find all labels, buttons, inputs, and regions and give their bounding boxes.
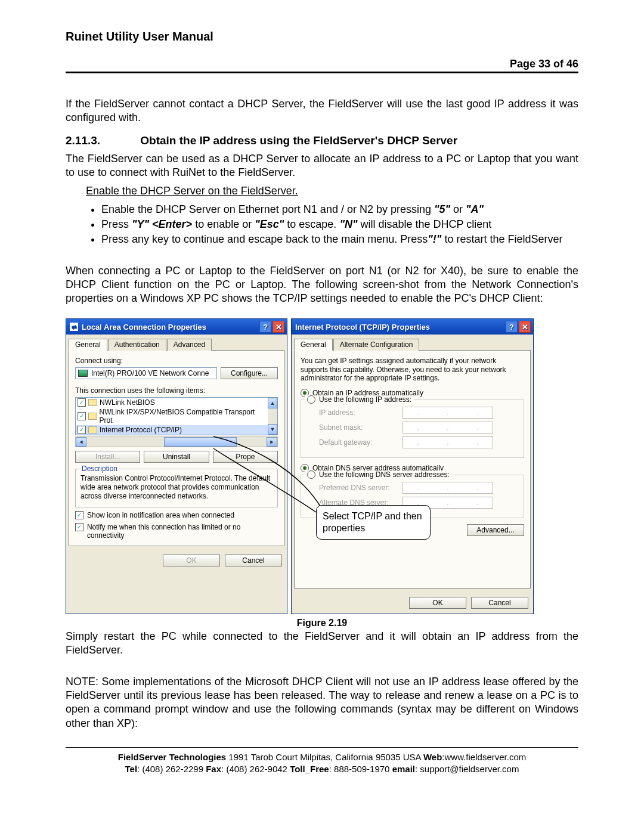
key-5: "5" (434, 203, 450, 215)
titlebar-right[interactable]: Internet Protocol (TCP/IP) Properties ? … (292, 319, 533, 335)
footer: FieldServer Technologies 1991 Tarob Cour… (66, 751, 578, 776)
titlebar-left-text: Local Area Connection Properties (82, 323, 206, 332)
tab-authentication[interactable]: Authentication (108, 339, 166, 351)
footer-tel-label: Tel (125, 764, 138, 774)
checkbox-icon[interactable]: ✓ (78, 426, 86, 434)
cancel-button[interactable]: Cancel (471, 597, 528, 609)
close-button[interactable]: ✕ (273, 321, 284, 333)
callout-box: Select TCP/IP and then properties (316, 505, 431, 540)
tabs-right: General Alternate Configuration (294, 338, 531, 350)
footer-company: FieldServer Technologies (118, 752, 226, 762)
b3-pre: Press any key to continue and escape bac… (101, 233, 428, 245)
subnet-mask-label: Subnet mask: (319, 423, 402, 432)
checkbox-icon[interactable]: ✓ (78, 412, 86, 420)
tab-general[interactable]: General (69, 339, 107, 351)
paragraph-3: When connecting a PC or Laptop to the Fi… (66, 264, 578, 305)
pdns-field[interactable]: ... (402, 482, 493, 494)
footer-fax: : (408) 262-9042 (221, 764, 290, 774)
section-number: 2.11.3. (66, 134, 137, 147)
advanced-button[interactable]: Advanced... (467, 524, 524, 536)
subnet-mask-field[interactable]: ... (402, 422, 493, 433)
nic-icon (78, 370, 88, 377)
b3-post: to restart the FieldServer (441, 233, 562, 245)
key-A: "A" (466, 203, 484, 215)
key-N: "N" (339, 218, 357, 230)
protocol-icon (88, 426, 97, 433)
connection-icon: ⇄ (70, 323, 78, 331)
checkbox-icon[interactable]: ✓ (75, 523, 83, 531)
paragraph-5: NOTE: Some implementations of the Micros… (66, 675, 578, 730)
footer-email-label: email (392, 764, 415, 774)
figure-caption: Figure 2.19 (66, 618, 578, 628)
titlebar-left[interactable]: ⇄ Local Area Connection Properties ? ✕ (66, 319, 287, 335)
tab-advanced[interactable]: Advanced (167, 339, 212, 351)
configure-button[interactable]: Configure... (221, 367, 278, 379)
connection-uses-label: This connection uses the following items… (75, 386, 278, 395)
cancel-button[interactable]: Cancel (225, 555, 282, 566)
or-text: or (450, 203, 466, 215)
footer-fax-label: Fax (206, 764, 221, 774)
help-button[interactable]: ? (259, 321, 271, 333)
footer-web-label: Web (423, 752, 442, 762)
list-item-label: Internet Protocol (TCP/IP) (100, 426, 182, 434)
radio-static-ip-label: Use the following IP address: (319, 395, 411, 404)
ip-address-field[interactable]: ... (402, 407, 493, 419)
page-indicator: Page 33 of 46 (66, 58, 578, 70)
footer-tel: : (408) 262-2299 (137, 764, 206, 774)
ok-button[interactable]: OK (409, 597, 466, 609)
info-text: You can get IP settings assigned automat… (301, 357, 524, 382)
b2-pre: Press (101, 218, 132, 230)
scroll-left-icon[interactable]: ◄ (76, 437, 86, 447)
connect-using-label: Connect using: (75, 357, 278, 365)
tabs-left: General Authentication Advanced (69, 338, 284, 350)
enable-line: Enable the DHCP Server on the FieldServe… (86, 184, 578, 198)
tab-alternate-config[interactable]: Alternate Configuration (333, 339, 420, 351)
list-item[interactable]: ✓ NWLink IPX/SPX/NetBIOS Compatible Tran… (76, 407, 277, 425)
help-button[interactable]: ? (506, 321, 518, 333)
bullet-1-text: Enable the DHCP Server on Ethernet port … (101, 203, 434, 215)
vertical-scrollbar[interactable]: ▲ ▼ (268, 398, 277, 435)
footer-tf: : 888-509-1970 (329, 764, 392, 774)
radio-icon[interactable] (307, 395, 315, 404)
b2-mid2: to escape. (284, 218, 339, 230)
key-excl: "!" (428, 233, 441, 245)
list-item-label: NWLink IPX/SPX/NetBIOS Compatible Transp… (100, 408, 267, 425)
bullet-3: Press any key to continue and escape bac… (101, 233, 578, 246)
key-Y: "Y" <Enter> (132, 218, 192, 230)
install-button[interactable]: Install... (75, 451, 140, 463)
bullet-2: Press "Y" <Enter> to enable or "Esc" to … (101, 218, 578, 231)
header-divider (66, 72, 578, 73)
figure: ⇄ Local Area Connection Properties ? ✕ G… (66, 318, 578, 614)
section-title: Obtain the IP address using the FieldSer… (140, 134, 457, 147)
footer-email: : support@fieldserver.com (415, 764, 519, 774)
paragraph-4: Simply restart the PC while connected to… (66, 630, 578, 657)
b2-mid1: to enable or (192, 218, 255, 230)
b2-post: will disable the DHCP client (357, 218, 491, 230)
description-label: Description (79, 465, 120, 473)
uninstall-button[interactable]: Uninstall (144, 451, 209, 463)
checkbox-icon[interactable]: ✓ (78, 398, 86, 407)
checkbox-icon[interactable]: ✓ (75, 511, 83, 519)
footer-address: 1991 Tarob Court Milpitas, California 95… (226, 752, 423, 762)
ok-button[interactable]: OK (163, 555, 220, 566)
footer-divider (66, 747, 578, 748)
bullet-list: Enable the DHCP Server on Ethernet port … (66, 203, 578, 246)
nic-name: Intel(R) PRO/100 VE Network Conne (91, 369, 209, 377)
footer-web: :www.fieldserver.com (442, 752, 526, 762)
titlebar-right-text: Internet Protocol (TCP/IP) Properties (295, 323, 430, 332)
list-item[interactable]: ✓ NWLink NetBIOS (76, 398, 277, 407)
gateway-field[interactable]: ... (402, 436, 493, 448)
paragraph-1: If the FieldServer cannot contact a DHCP… (66, 97, 578, 125)
protocol-icon (88, 413, 97, 420)
section-heading: 2.11.3. Obtain the IP address using the … (66, 134, 578, 147)
close-button[interactable]: ✕ (519, 321, 531, 333)
protocol-icon (88, 399, 97, 406)
doc-title: Ruinet Utility User Manual (66, 30, 578, 44)
tab-general[interactable]: General (294, 339, 333, 351)
protocol-listbox[interactable]: ✓ NWLink NetBIOS ✓ NWLink IPX/SPX/NetBIO… (75, 397, 278, 435)
radio-static-ip[interactable]: Use the following IP address: (305, 395, 414, 404)
nic-field[interactable]: Intel(R) PRO/100 VE Network Conne (75, 367, 217, 379)
list-item-label: NWLink NetBIOS (100, 398, 155, 407)
footer-tf-label: Toll_Free (290, 764, 329, 774)
scroll-up-icon[interactable]: ▲ (268, 398, 277, 408)
